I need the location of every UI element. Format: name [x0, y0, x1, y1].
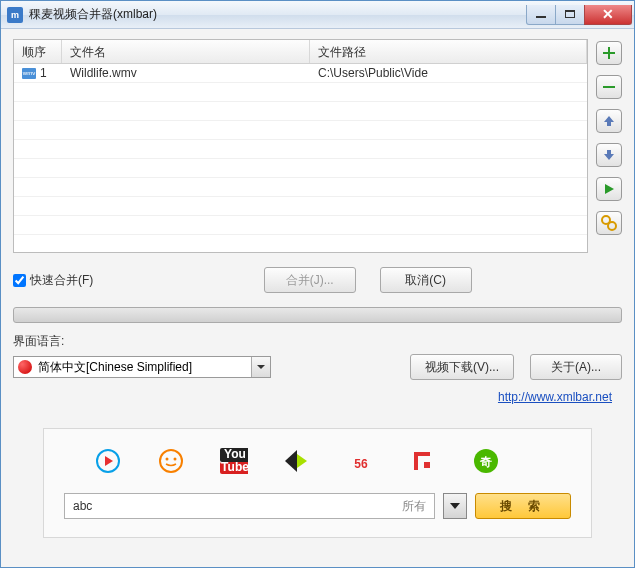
- cell-order: wmv 1: [14, 64, 62, 82]
- search-input[interactable]: abc 所有: [64, 493, 435, 519]
- table-header: 顺序 文件名 文件路径: [14, 40, 587, 64]
- language-row: 界面语言: 简体中文[Chinese Simplified] 视频下载(V)..…: [13, 333, 622, 380]
- website-link[interactable]: http://www.xmlbar.net: [498, 390, 612, 404]
- youku-icon[interactable]: [94, 447, 122, 475]
- language-area: 简体中文[Chinese Simplified] 视频下载(V)... 关于(A…: [13, 354, 622, 380]
- file-table: 顺序 文件名 文件路径 wmv 1 Wildlife.wmv C:\Users\…: [13, 39, 588, 253]
- search-value: abc: [73, 499, 92, 513]
- arrow-up-icon: [602, 114, 616, 128]
- svg-rect-12: [424, 462, 430, 468]
- gear-icon: [601, 215, 617, 231]
- svg-point-6: [174, 458, 177, 461]
- minimize-button[interactable]: [526, 5, 556, 25]
- cell-name: Wildlife.wmv: [62, 64, 310, 82]
- empty-row: [14, 197, 587, 216]
- youtube-icon[interactable]: YouTube: [220, 447, 248, 475]
- letv-icon[interactable]: [409, 447, 437, 475]
- search-row: abc 所有 搜 索: [64, 493, 571, 519]
- cancel-button[interactable]: 取消(C): [380, 267, 472, 293]
- language-label: 界面语言:: [13, 333, 622, 350]
- svg-point-2: [608, 222, 616, 230]
- svg-text:Tube: Tube: [221, 460, 248, 474]
- language-select[interactable]: 简体中文[Chinese Simplified]: [13, 356, 271, 378]
- chevron-down-icon: [257, 365, 265, 369]
- col-name[interactable]: 文件名: [62, 40, 310, 63]
- search-type-label: 所有: [402, 498, 426, 515]
- app-window: m 稞麦视频合并器(xmlbar) ✕ 顺序 文件名 文件路径 wmv 1: [0, 0, 635, 568]
- window-controls: ✕: [527, 5, 632, 25]
- empty-row: [14, 83, 587, 102]
- fast-merge-label: 快速合并(F): [30, 272, 93, 289]
- merge-buttons: 合并(J)... 取消(C): [264, 267, 472, 293]
- download-button[interactable]: 视频下载(V)...: [410, 354, 514, 380]
- empty-row: [14, 140, 587, 159]
- svg-text:奇: 奇: [479, 455, 492, 469]
- play-icon: [602, 182, 616, 196]
- right-buttons: 视频下载(V)... 关于(A)...: [410, 354, 622, 380]
- content-area: 顺序 文件名 文件路径 wmv 1 Wildlife.wmv C:\Users\…: [1, 29, 634, 567]
- file-area: 顺序 文件名 文件路径 wmv 1 Wildlife.wmv C:\Users\…: [13, 39, 622, 253]
- empty-row: [14, 178, 587, 197]
- empty-row: [14, 216, 587, 235]
- tudou-icon[interactable]: [157, 447, 185, 475]
- play-button[interactable]: [596, 177, 622, 201]
- fast-merge-input[interactable]: [13, 274, 26, 287]
- video-file-icon: wmv: [22, 68, 36, 79]
- col-path[interactable]: 文件路径: [310, 40, 587, 63]
- arrow-down-icon: [602, 148, 616, 162]
- empty-row: [14, 159, 587, 178]
- video-site-icons: YouTube 56 奇: [64, 447, 571, 475]
- move-up-button[interactable]: [596, 109, 622, 133]
- col-order[interactable]: 顺序: [14, 40, 62, 63]
- table-body: wmv 1 Wildlife.wmv C:\Users\Public\Vide: [14, 64, 587, 252]
- merge-button[interactable]: 合并(J)...: [264, 267, 356, 293]
- sohu-icon[interactable]: [283, 447, 311, 475]
- maximize-button[interactable]: [555, 5, 585, 25]
- window-title: 稞麦视频合并器(xmlbar): [29, 6, 527, 23]
- empty-row: [14, 102, 587, 121]
- 56-icon[interactable]: 56: [346, 447, 374, 475]
- search-button[interactable]: 搜 索: [475, 493, 571, 519]
- fast-merge-checkbox[interactable]: 快速合并(F): [13, 272, 93, 289]
- svg-point-4: [160, 450, 182, 472]
- titlebar: m 稞麦视频合并器(xmlbar) ✕: [1, 1, 634, 29]
- svg-point-5: [166, 458, 169, 461]
- progress-bar: [13, 307, 622, 323]
- search-type-dropdown[interactable]: [443, 493, 467, 519]
- settings-button[interactable]: [596, 211, 622, 235]
- empty-row: [14, 121, 587, 140]
- merge-row: 快速合并(F) 合并(J)... 取消(C): [13, 267, 622, 293]
- cell-path: C:\Users\Public\Vide: [310, 64, 587, 82]
- svg-rect-0: [603, 86, 615, 88]
- add-button[interactable]: [596, 41, 622, 65]
- side-buttons: [596, 39, 622, 253]
- minus-icon: [602, 80, 616, 94]
- plus-icon: [602, 46, 616, 60]
- link-row: http://www.xmlbar.net: [13, 390, 622, 404]
- order-value: 1: [40, 66, 47, 80]
- flag-icon: [18, 360, 32, 374]
- svg-text:56: 56: [354, 457, 368, 471]
- language-value: 简体中文[Chinese Simplified]: [38, 359, 192, 376]
- iqiyi-icon[interactable]: 奇: [472, 447, 500, 475]
- move-down-button[interactable]: [596, 143, 622, 167]
- table-row[interactable]: wmv 1 Wildlife.wmv C:\Users\Public\Vide: [14, 64, 587, 83]
- remove-button[interactable]: [596, 75, 622, 99]
- app-icon: m: [7, 7, 23, 23]
- search-panel: YouTube 56 奇 abc 所有: [43, 428, 592, 538]
- close-button[interactable]: ✕: [584, 5, 632, 25]
- about-button[interactable]: 关于(A)...: [530, 354, 622, 380]
